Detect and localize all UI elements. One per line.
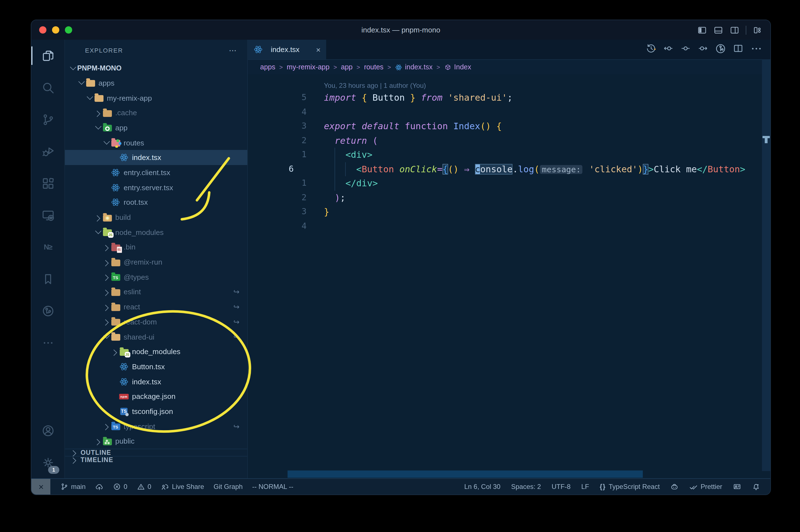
breadcrumb-item-routes[interactable]: routes [364,63,383,71]
statusbar-item-live-share[interactable]: Live Share [161,482,204,491]
code-editor[interactable]: 5import { Button } from 'shared-ui';43ex… [248,91,770,478]
tree-item-tsconfig-json[interactable]: TStsconfig.json [65,404,247,419]
code-line[interactable]: 4 [248,105,770,119]
statusbar-item-cursor-position[interactable]: Ln 6, Col 30 [464,483,500,491]
chevron-down-icon [102,335,111,339]
statusbar-item-vim-mode[interactable]: -- NORMAL -- [252,483,293,491]
git-graph-view-icon[interactable] [715,43,726,56]
toggle-panel-icon[interactable] [713,25,723,35]
tree-item-entry-server-tsx[interactable]: entry.server.tsx [65,180,247,195]
tree-item-react-dom[interactable]: react-dom↪ [65,315,247,329]
close-window-button[interactable] [39,26,46,34]
tree-item-build[interactable]: build [65,210,247,225]
breadcrumb-item-my-remix-app[interactable]: my-remix-app [287,63,329,71]
activity-item-bookmarks[interactable] [31,263,64,295]
breadcrumb-label: index.tsx [405,63,433,71]
breadcrumb-item-index[interactable]: Index [444,63,471,71]
item-label: my-remix-app [107,94,152,102]
statusbar-item-notifications[interactable] [752,482,760,491]
tree-item-remix-run[interactable]: @remix-run [65,255,247,270]
activity-item-explorer[interactable] [31,40,64,72]
breadcrumb-item-index-tsx[interactable]: index.tsx [395,63,433,71]
code-line[interactable]: 6 <Button onClick={() ⇒ console.log(mess… [248,162,770,176]
code-line[interactable]: 2 ); [248,190,770,205]
activity-item-remote-explorer[interactable] [31,199,64,231]
vertical-scrollbar[interactable] [762,59,770,471]
section-timeline[interactable]: TIMELINE [65,456,247,463]
statusbar-item-formatter[interactable]: Prettier [689,482,722,491]
tree-item-routes[interactable]: routes [65,135,247,150]
statusbar-item-branch[interactable]: main [60,483,85,491]
tree-item-package-json[interactable]: npmpackage.json [65,389,247,404]
activity-item-extensions[interactable] [31,167,64,199]
statusbar-item-remote[interactable] [31,479,50,495]
workspace-root-row[interactable]: PNPM-MONO [65,60,247,76]
tree-item-app[interactable]: app [65,120,247,135]
minimize-window-button[interactable] [52,26,59,34]
current-change-icon[interactable] [680,43,691,56]
timeline-history-icon[interactable] [646,43,656,56]
activity-item-more-views[interactable] [31,327,64,359]
previous-change-icon[interactable] [663,43,673,56]
statusbar-item-errors[interactable]: 0 [113,483,127,491]
code-line[interactable]: 3export default function Index() { [248,119,770,133]
tree-item-cache[interactable]: .cache [65,106,247,120]
customize-layout-icon[interactable] [753,25,763,35]
tab-index-tsx[interactable]: index.tsx × [248,40,326,59]
statusbar-item-encoding[interactable]: UTF-8 [552,483,571,491]
code-line[interactable]: 3} [248,205,770,219]
section-outline[interactable]: OUTLINE [65,449,247,456]
statusbar-item-language-mode[interactable]: {}TypeScript React [600,483,660,491]
tree-item-bin[interactable]: 01.bin [65,240,247,254]
activity-item-run-debug[interactable] [31,135,64,167]
tree-item-my-remix-app[interactable]: my-remix-app [65,90,247,105]
live-share-icon [161,482,169,491]
activity-item-accounts[interactable] [31,415,64,446]
statusbar-item-sync[interactable] [95,482,103,491]
close-tab-icon[interactable]: × [316,45,321,54]
gitlens-blame-annotation[interactable]: You, 23 hours ago | 1 author (You) [248,74,770,90]
tree-item-eslint[interactable]: eslint↪ [65,284,247,299]
statusbar-item-indentation[interactable]: Spaces: 2 [511,483,541,491]
activity-item-nx-console[interactable]: N≥ [31,231,64,263]
statusbar-item-git-graph[interactable]: Git Graph [214,483,243,491]
toggle-sidebar-left-icon[interactable] [697,25,707,35]
tree-item-index-tsx[interactable]: index.tsx [65,374,247,389]
statusbar-item-eol[interactable]: LF [581,483,589,491]
activity-item-settings[interactable]: 1 [31,446,64,478]
statusbar-item-feedback[interactable] [733,482,741,491]
titlebar[interactable]: index.tsx — pnpm-mono [31,20,770,40]
symlink-icon: ↪ [233,332,240,341]
statusbar-item-copilot[interactable] [670,482,679,491]
statusbar-item-warnings[interactable]: 0 [137,483,151,491]
tree-item-node-modules[interactable]: JSnode_modules [65,344,247,359]
activity-item-search[interactable] [31,72,64,103]
activity-item-source-control[interactable] [31,103,64,135]
breadcrumb-item-apps[interactable]: apps [260,63,275,71]
code-line[interactable]: 1 <div> [248,148,770,162]
code-line[interactable]: 2 return ( [248,133,770,148]
tree-item-node-modules[interactable]: JSnode_modules [65,225,247,240]
horizontal-scrollbar[interactable] [288,471,643,478]
tree-item-apps[interactable]: apps [65,76,247,90]
next-change-icon[interactable] [698,43,708,56]
tree-item-entry-client-tsx[interactable]: entry.client.tsx [65,165,247,180]
tree-item-button-tsx[interactable]: Button.tsx [65,359,247,374]
tree-item-index-tsx[interactable]: index.tsx [65,150,247,165]
code-line[interactable]: 5import { Button } from 'shared-ui'; [248,91,770,105]
tree-item-shared-ui[interactable]: shared-ui↪ [65,329,247,344]
more-actions-icon[interactable] [750,42,763,57]
toggle-sidebar-right-icon[interactable] [729,25,740,35]
zoom-window-button[interactable] [65,26,72,34]
tree-item-public[interactable]: public [65,434,247,449]
code-line[interactable]: 1 </div> [248,176,770,190]
activity-item-gitlens[interactable] [31,295,64,327]
tree-item-typescript[interactable]: TStypescript↪ [65,419,247,434]
code-line[interactable]: 4 [248,219,770,233]
views-and-more-actions-icon[interactable]: ⋯ [229,45,237,55]
breadcrumb-item-app[interactable]: app [341,63,353,71]
tree-item-root-tsx[interactable]: root.tsx [65,195,247,210]
tree-item-types[interactable]: TS@types [65,270,247,284]
tree-item-react[interactable]: react↪ [65,300,247,315]
split-editor-icon[interactable] [733,43,743,56]
